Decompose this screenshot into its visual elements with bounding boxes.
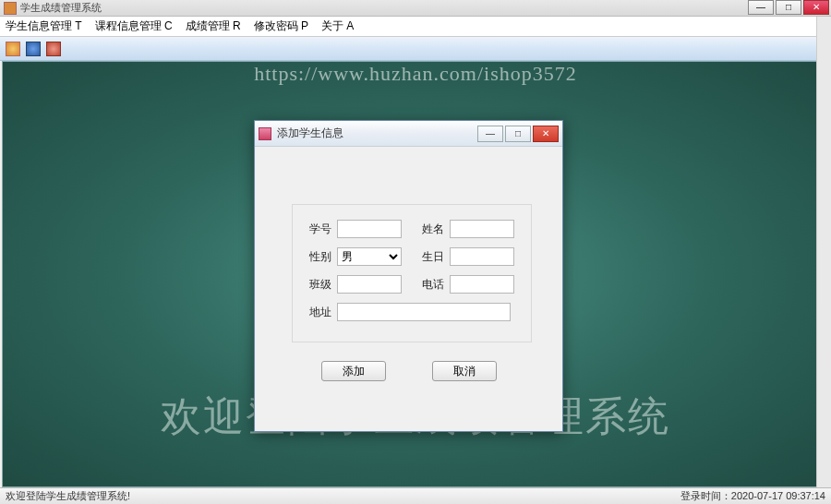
dialog-maximize-button[interactable]: □ [505,126,531,142]
input-sno[interactable] [337,220,402,238]
status-right-label: 登录时间： [680,490,731,501]
dialog-app-icon [259,127,271,140]
form-panel: 学号 姓名 性别 男 生日 班级 电话 地址 [292,204,532,342]
toolbar-exit-icon[interactable] [46,42,61,56]
status-left: 欢迎登陆学生成绩管理系统! [6,489,130,503]
label-gender: 性别 [304,249,331,265]
input-birthday[interactable] [450,247,514,266]
select-gender[interactable]: 男 [337,247,402,266]
menubar: 学生信息管理 T 课程信息管理 C 成绩管理 R 修改密码 P 关于 A [0,17,831,37]
toolbar-user-icon[interactable] [6,42,20,56]
main-window-controls: — □ ✕ [746,0,829,17]
menu-password[interactable]: 修改密码 P [254,18,308,34]
watermark-url: https://www.huzhan.com/ishop3572 [254,62,577,86]
menu-student[interactable]: 学生信息管理 T [6,18,82,34]
label-name: 姓名 [416,222,444,237]
main-maximize-button[interactable]: □ [776,0,801,15]
toolbar [0,37,831,61]
dialog-window-controls: — □ ✕ [477,126,559,142]
dialog-titlebar[interactable]: 添加学生信息 — □ ✕ [255,121,562,147]
status-right: 登录时间：2020-07-17 09:37:14 [680,489,825,503]
main-title: 学生成绩管理系统 [20,1,102,15]
add-student-dialog: 添加学生信息 — □ ✕ 学号 姓名 性别 男 生日 班级 电话 [254,120,563,432]
label-address: 地址 [304,305,331,320]
label-phone: 电话 [416,277,444,293]
status-right-time: 2020-07-17 09:37:14 [731,490,825,501]
toolbar-book-icon[interactable] [26,42,41,56]
input-name[interactable] [450,220,514,238]
main-titlebar: 学生成绩管理系统 [0,0,831,17]
add-button[interactable]: 添加 [321,361,386,381]
label-class: 班级 [304,277,331,293]
main-close-button[interactable]: ✕ [803,0,829,15]
cancel-button[interactable]: 取消 [432,361,497,381]
input-class[interactable] [337,275,402,294]
menu-about[interactable]: 关于 A [321,18,354,34]
menu-course[interactable]: 课程信息管理 C [95,18,173,34]
app-icon [4,2,17,15]
dialog-title: 添加学生信息 [277,126,477,141]
dialog-button-row: 添加 取消 [255,361,562,381]
label-sno: 学号 [304,222,331,237]
input-address[interactable] [337,303,511,321]
statusbar: 欢迎登陆学生成绩管理系统! 登录时间：2020-07-17 09:37:14 [0,487,831,504]
input-phone[interactable] [450,275,514,294]
dialog-close-button[interactable]: ✕ [533,126,559,142]
main-vertical-scrollbar[interactable] [816,17,831,487]
dialog-minimize-button[interactable]: — [477,126,503,142]
menu-grade[interactable]: 成绩管理 R [186,18,241,34]
main-minimize-button[interactable]: — [748,0,774,15]
label-birthday: 生日 [416,249,444,265]
